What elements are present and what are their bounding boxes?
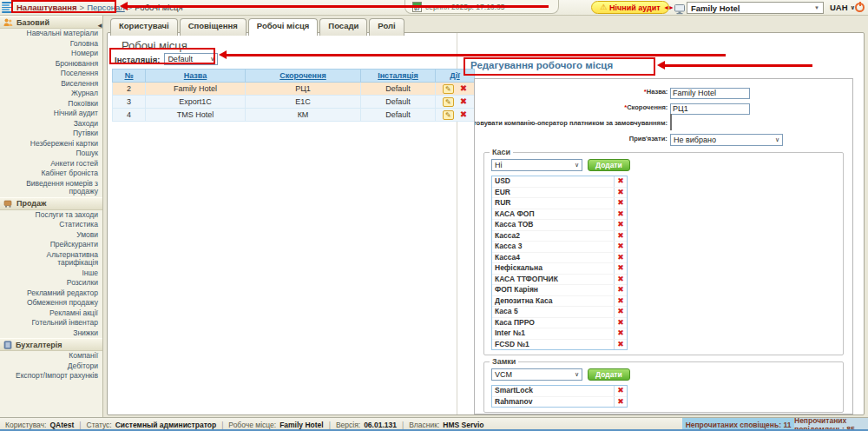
delete-icon[interactable]: ✖ bbox=[614, 328, 627, 339]
list-item[interactable]: ФОП Каріян✖ bbox=[492, 285, 627, 296]
tab-positions[interactable]: Посади bbox=[319, 18, 367, 36]
breadcrumb-settings[interactable]: Налаштування bbox=[16, 3, 77, 12]
add-cashbox-button[interactable]: Додати bbox=[588, 159, 630, 171]
table-row[interactable]: 3 Export1C Е1С Default ✎✖ bbox=[113, 96, 475, 109]
delete-icon[interactable]: ✖ bbox=[614, 318, 627, 328]
sidebar-item[interactable]: Експорт/Імпорт рахунків bbox=[0, 371, 102, 381]
list-item[interactable]: Rahmanov✖ bbox=[492, 397, 627, 408]
sidebar-collapse-icon[interactable]: ◄ bbox=[96, 22, 103, 30]
name-field[interactable] bbox=[670, 88, 750, 99]
list-item[interactable]: Inter №1✖ bbox=[492, 328, 627, 340]
list-item[interactable]: Касса 3✖ bbox=[492, 242, 627, 253]
sidebar-item[interactable]: Рекламні акції bbox=[0, 308, 102, 319]
list-item[interactable]: EUR✖ bbox=[492, 188, 627, 199]
delete-icon[interactable]: ✖ bbox=[460, 96, 467, 106]
sidebar-section-sales[interactable]: Продаж bbox=[0, 197, 102, 210]
abbr-field[interactable] bbox=[670, 103, 750, 115]
delete-icon[interactable]: ✖ bbox=[614, 220, 627, 230]
sidebar-item[interactable]: Умови bbox=[0, 230, 102, 241]
table-row[interactable]: 4 TMS Hotel КМ Default ✎✖ bbox=[113, 109, 475, 122]
tab-users[interactable]: Користувачі bbox=[110, 18, 178, 36]
delete-icon[interactable]: ✖ bbox=[614, 188, 627, 198]
swap-arrows-icon[interactable]: ◄► bbox=[663, 4, 674, 10]
sidebar-item[interactable]: Бронювання bbox=[0, 59, 102, 70]
sidebar-item[interactable]: Путівки bbox=[0, 129, 102, 139]
edit-icon[interactable]: ✎ bbox=[443, 97, 454, 107]
list-item[interactable]: Касса4✖ bbox=[492, 253, 627, 264]
sidebar-section-basic[interactable]: Базовий bbox=[0, 16, 102, 29]
delete-icon[interactable]: ✖ bbox=[460, 83, 467, 93]
delete-icon[interactable]: ✖ bbox=[614, 386, 627, 396]
list-item[interactable]: USD✖ bbox=[492, 176, 627, 188]
list-item[interactable]: Каса 5✖ bbox=[492, 307, 627, 318]
sidebar-item[interactable]: Нічний аудит bbox=[0, 109, 102, 119]
sidebar-item[interactable]: Компанії bbox=[0, 351, 102, 361]
sidebar-item[interactable]: Статистика bbox=[0, 220, 102, 230]
sidebar-item[interactable]: Рекламний редактор bbox=[0, 288, 102, 299]
sidebar-item[interactable]: Головна bbox=[0, 39, 102, 50]
breadcrumb-personnel[interactable]: Персонал bbox=[87, 3, 125, 12]
bind-select[interactable]: Не вибрано ∨ bbox=[670, 134, 783, 146]
sidebar-item[interactable]: Пошук bbox=[0, 149, 102, 159]
delete-icon[interactable]: ✖ bbox=[614, 263, 627, 274]
sidebar-section-accounting[interactable]: Бухгалтерія bbox=[0, 338, 102, 351]
tab-workplaces[interactable]: Робочі місця bbox=[248, 18, 318, 36]
installation-select[interactable]: Default ∨ bbox=[164, 53, 218, 65]
sidebar-item[interactable]: Покоївки bbox=[0, 99, 102, 109]
col-header-installation[interactable]: Інсталяція bbox=[361, 70, 436, 83]
sidebar-item[interactable]: Анкети гостей bbox=[0, 159, 102, 169]
delete-icon[interactable]: ✖ bbox=[614, 209, 627, 220]
sidebar-item[interactable]: Виселення bbox=[0, 79, 102, 90]
delete-icon[interactable]: ✖ bbox=[460, 109, 467, 119]
power-icon[interactable] bbox=[855, 3, 865, 12]
currency-select[interactable]: UAH ∨ bbox=[830, 3, 855, 12]
sidebar-item[interactable]: Заходи bbox=[0, 119, 102, 129]
list-item[interactable]: Каса ПРРО✖ bbox=[492, 318, 627, 329]
sidebar-item[interactable]: Журнал bbox=[0, 89, 102, 99]
delete-icon[interactable]: ✖ bbox=[614, 307, 627, 317]
col-header-actions[interactable]: Дії bbox=[436, 70, 475, 83]
sidebar-item[interactable]: Дебітори bbox=[0, 361, 102, 372]
table-row[interactable]: 2 Family Hotel РЦ1 Default ✎✖ bbox=[113, 83, 475, 96]
sidebar-item[interactable]: Номери bbox=[0, 49, 102, 59]
list-item[interactable]: Депозитна Каса✖ bbox=[492, 296, 627, 308]
tab-notifications[interactable]: Сповіщення bbox=[180, 18, 247, 36]
col-header-num[interactable]: № bbox=[113, 70, 146, 83]
col-header-abbr[interactable]: Скорочення bbox=[246, 70, 361, 83]
sidebar-item[interactable]: Інше bbox=[0, 269, 102, 279]
list-item[interactable]: КАСА ФОП✖ bbox=[492, 209, 627, 221]
sidebar-item[interactable]: Прейскуранти bbox=[0, 240, 102, 250]
list-item[interactable]: RUR✖ bbox=[492, 198, 627, 209]
sidebar-item[interactable]: Знижки bbox=[0, 328, 102, 339]
sidebar-item[interactable]: Виведення номерів з продажу bbox=[0, 179, 102, 197]
delete-icon[interactable]: ✖ bbox=[614, 285, 627, 295]
delete-icon[interactable]: ✖ bbox=[614, 176, 627, 187]
sidebar-item[interactable]: Кабінет броніста bbox=[0, 169, 102, 179]
sidebar-item[interactable]: Поселення bbox=[0, 69, 102, 79]
edit-icon[interactable]: ✎ bbox=[443, 84, 454, 94]
operator-checkbox[interactable] bbox=[670, 114, 672, 130]
cashbox-select[interactable]: Ні ∨ bbox=[491, 159, 582, 171]
night-audit-button[interactable]: ⚠ Нічний аудит bbox=[591, 1, 669, 14]
sidebar-item[interactable]: Навчальні матеріали bbox=[0, 29, 102, 39]
delete-icon[interactable]: ✖ bbox=[614, 397, 627, 408]
delete-icon[interactable]: ✖ bbox=[614, 253, 627, 263]
delete-icon[interactable]: ✖ bbox=[614, 340, 627, 350]
edit-icon[interactable]: ✎ bbox=[443, 110, 454, 120]
lock-select[interactable]: VCM ∨ bbox=[491, 368, 582, 381]
add-lock-button[interactable]: Додати bbox=[588, 368, 630, 381]
list-item[interactable]: FCSD №1✖ bbox=[492, 340, 627, 350]
delete-icon[interactable]: ✖ bbox=[614, 296, 627, 307]
list-item[interactable]: Нефіскальна✖ bbox=[492, 263, 627, 275]
list-item[interactable]: КАСА ТТФОПЧИК✖ bbox=[492, 275, 627, 286]
delete-icon[interactable]: ✖ bbox=[614, 242, 627, 252]
delete-icon[interactable]: ✖ bbox=[614, 275, 627, 285]
list-item[interactable]: SmartLock✖ bbox=[492, 386, 627, 397]
sidebar-item[interactable]: Розсилки bbox=[0, 278, 102, 288]
list-item[interactable]: Касса ТОВ✖ bbox=[492, 220, 627, 231]
hotel-select[interactable]: Family Hotel ▼ bbox=[687, 2, 824, 14]
sidebar-item[interactable]: Послуги та заходи bbox=[0, 210, 102, 221]
sidebar-item[interactable]: Готельний інвентар bbox=[0, 318, 102, 328]
list-item[interactable]: Касса2✖ bbox=[492, 231, 627, 242]
sidebar-item[interactable]: Незбережені картки bbox=[0, 139, 102, 149]
